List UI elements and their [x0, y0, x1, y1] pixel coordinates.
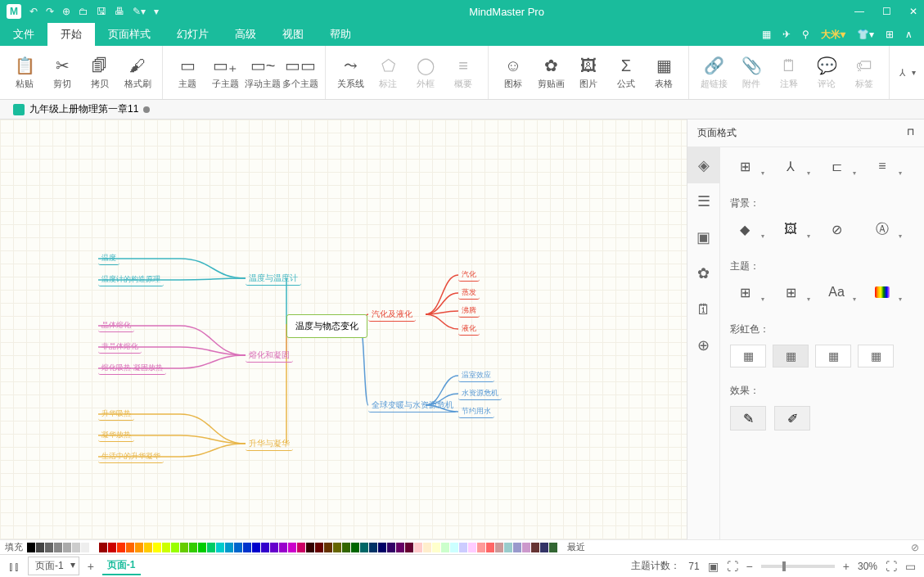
ribbon-图片[interactable]: 🖼图片 [570, 49, 606, 97]
panel-tab-outline[interactable]: ☰ [687, 183, 719, 219]
color-swatch[interactable] [81, 543, 89, 552]
rainbow-3[interactable]: ▦ [815, 345, 851, 367]
theme-btn-1[interactable]: ⊞ [730, 282, 759, 303]
undo-button[interactable]: ↶ [29, 6, 38, 17]
panel-tab-clipart[interactable]: ✿ [687, 255, 719, 291]
panel-tab-format[interactable]: ◈ [687, 147, 719, 183]
topic-node[interactable]: 全球变暖与水资源危机 [368, 399, 457, 412]
color-swatch[interactable] [189, 543, 197, 552]
topic-node[interactable]: 水资源危机 [458, 387, 502, 400]
color-swatch[interactable] [27, 543, 35, 552]
color-swatch[interactable] [279, 543, 287, 552]
outline-toggle[interactable]: ⫿⫿ [8, 560, 20, 573]
topic-node[interactable]: 升华与凝华 [246, 437, 293, 451]
color-swatch[interactable] [135, 543, 143, 552]
bg-image[interactable]: 🖼 [776, 219, 805, 240]
color-swatch[interactable] [486, 543, 494, 552]
color-swatch[interactable] [351, 543, 359, 552]
topic-node[interactable]: 温度 [98, 252, 119, 265]
ribbon-标签[interactable]: 🏷标签 [846, 49, 882, 97]
color-swatch[interactable] [72, 543, 80, 552]
color-swatch[interactable] [315, 543, 323, 552]
close-button[interactable]: ✕ [909, 6, 917, 17]
effect-sketch[interactable]: ✎ [730, 406, 766, 430]
ribbon-公式[interactable]: Σ公式 [608, 49, 644, 97]
ribbon-layout-icon[interactable]: ⅄ [899, 67, 905, 79]
layout-btn-1[interactable]: ⊞ [730, 156, 759, 177]
color-swatch[interactable] [324, 543, 332, 552]
topic-node[interactable]: 非晶体熔化 [98, 340, 142, 354]
color-swatch[interactable] [540, 543, 548, 552]
color-swatch[interactable] [63, 543, 71, 552]
collapse-ribbon-icon[interactable]: ∧ [905, 29, 913, 40]
topic-node[interactable]: 熔化吸热 凝固放热 [98, 362, 166, 375]
ribbon-图标[interactable]: ☺图标 [495, 49, 531, 97]
color-swatch[interactable] [288, 543, 296, 552]
ribbon-附件[interactable]: 📎附件 [733, 49, 769, 97]
add-page-button[interactable]: + [88, 560, 94, 573]
color-swatch[interactable] [108, 543, 116, 552]
maximize-button[interactable]: ☐ [882, 6, 891, 17]
color-swatch[interactable] [396, 543, 404, 552]
present-icon[interactable]: ▭ [905, 560, 916, 573]
pin-icon[interactable]: ⊓ [907, 126, 914, 140]
color-swatch[interactable] [495, 543, 503, 552]
rainbow-1[interactable]: ▦ [730, 345, 766, 367]
topic-node[interactable]: 温度与温度计 [246, 272, 301, 286]
ribbon-格式刷[interactable]: 🖌格式刷 [119, 49, 156, 97]
bg-watermark[interactable]: Ⓐ [868, 219, 897, 240]
no-color-icon[interactable]: ⊘ [911, 542, 919, 553]
color-swatch[interactable] [225, 543, 233, 552]
topic-node[interactable]: 汽化及液化 [368, 308, 416, 322]
color-swatch[interactable] [504, 543, 512, 552]
zoom-slider[interactable] [761, 565, 835, 568]
send-icon[interactable]: ✈ [782, 29, 791, 40]
color-swatch[interactable] [171, 543, 179, 552]
color-swatch[interactable] [468, 543, 476, 552]
central-topic[interactable]: 温度与物态变化 [286, 314, 367, 338]
color-swatch[interactable] [360, 543, 368, 552]
ribbon-剪切[interactable]: ✂剪切 [44, 49, 80, 97]
ribbon-注释[interactable]: 🗒注释 [771, 49, 807, 97]
panel-tab-style[interactable]: ▣ [687, 219, 719, 255]
ribbon-关系线[interactable]: ⤳关系线 [332, 49, 368, 97]
ribbon-概要[interactable]: ≡概要 [445, 49, 481, 97]
ribbon-主题[interactable]: ▭主题 [169, 49, 205, 97]
rainbow-4[interactable]: ▦ [858, 345, 894, 367]
ribbon-多个主题[interactable]: ▭▭多个主题 [282, 49, 318, 97]
edit-dropdown[interactable]: ✎▾ [133, 6, 146, 17]
panel-tab-task[interactable]: 🗓 [687, 291, 719, 327]
topic-node[interactable]: 生活中的升华凝华 [98, 450, 164, 463]
open-button[interactable]: 🗀 [79, 6, 88, 17]
ribbon-子主题[interactable]: ▭₊子主题 [207, 49, 243, 97]
color-swatch[interactable] [99, 543, 107, 552]
qat-more[interactable]: ▾ [154, 6, 159, 17]
rainbow-2[interactable]: ▦ [773, 345, 809, 367]
color-swatch[interactable] [234, 543, 242, 552]
share-icon[interactable]: ⚲ [802, 29, 809, 40]
zoom-in-button[interactable]: + [843, 560, 850, 573]
zoom-out-button[interactable]: − [746, 560, 753, 573]
grid-icon[interactable]: ▦ [762, 29, 771, 40]
menu-slideshow[interactable]: 幻灯片 [164, 23, 222, 46]
color-swatch[interactable] [261, 543, 269, 552]
color-swatch[interactable] [45, 543, 53, 552]
color-swatch[interactable] [522, 543, 530, 552]
color-swatch[interactable] [144, 543, 152, 552]
color-swatch[interactable] [153, 543, 161, 552]
topic-node[interactable]: 温室效应 [458, 369, 494, 382]
color-swatch[interactable] [549, 543, 557, 552]
new-button[interactable]: ⊕ [62, 6, 70, 17]
color-swatch[interactable] [216, 543, 224, 552]
ribbon-表格[interactable]: ▦表格 [646, 49, 682, 97]
color-swatch[interactable] [36, 543, 44, 552]
color-swatch[interactable] [531, 543, 539, 552]
redo-button[interactable]: ↷ [46, 6, 54, 17]
menu-help[interactable]: 帮助 [317, 23, 364, 46]
color-swatch[interactable] [90, 543, 98, 552]
ribbon-粘贴[interactable]: 📋粘贴 [7, 49, 43, 97]
fit-width-icon[interactable]: ⛶ [727, 560, 738, 573]
fit-page-icon[interactable]: ▣ [708, 560, 719, 573]
ribbon-评论[interactable]: 💬评论 [809, 49, 845, 97]
topic-node[interactable]: 熔化和凝固 [246, 349, 293, 363]
